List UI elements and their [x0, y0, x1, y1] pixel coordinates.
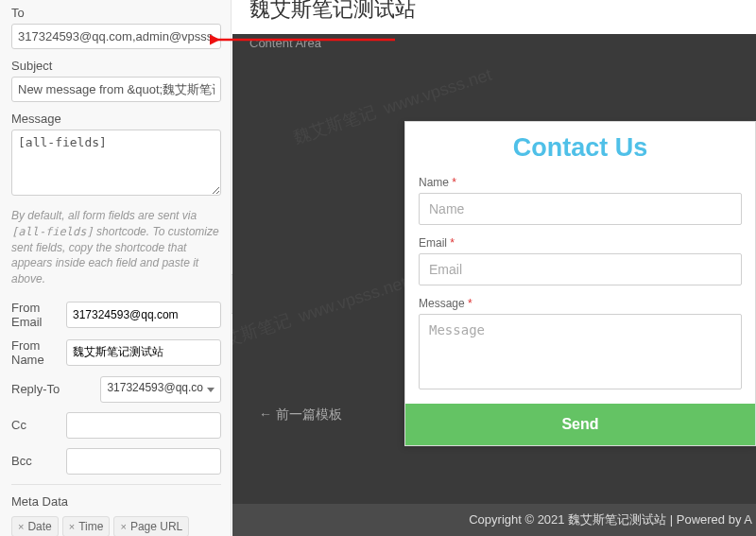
- contact-name-label: Name: [419, 176, 449, 189]
- meta-tag[interactable]: ×Date: [11, 516, 59, 536]
- message-field-block: Message: [11, 112, 221, 199]
- contact-title: Contact Us: [405, 122, 755, 176]
- required-icon: *: [450, 236, 455, 250]
- remove-icon: ×: [120, 521, 126, 532]
- footer-text: Copyright © 2021 魏艾斯笔记测试站 | Powered by A: [232, 504, 756, 536]
- bcc-label: Bcc: [11, 454, 66, 468]
- contact-name-input[interactable]: [419, 193, 742, 225]
- help-text: By default, all form fields are sent via…: [11, 208, 221, 287]
- remove-icon: ×: [18, 521, 24, 532]
- chevron-down-icon: [207, 388, 215, 392]
- cc-label: Cc: [11, 418, 66, 432]
- meta-tag[interactable]: ×Time: [62, 516, 111, 536]
- contact-name-field: Name *: [405, 176, 755, 236]
- to-field-block: To: [11, 6, 221, 49]
- content-area-label: Content Area: [249, 36, 321, 50]
- from-name-row: From Name: [11, 338, 221, 367]
- reply-to-value: 317324593@qq.co: [107, 381, 203, 394]
- message-textarea[interactable]: [11, 130, 221, 196]
- remove-icon: ×: [69, 521, 75, 532]
- previous-template-link[interactable]: ← 前一篇模板: [259, 406, 342, 424]
- cc-row: Cc: [11, 412, 221, 439]
- bcc-input[interactable]: [66, 448, 221, 475]
- from-email-row: From Email: [11, 301, 221, 329]
- meta-tag[interactable]: ×Page URL: [113, 516, 189, 536]
- meta-data-title: Meta Data: [11, 494, 221, 509]
- contact-message-field: Message *: [405, 297, 755, 404]
- message-label: Message: [11, 112, 221, 126]
- site-title: 魏艾斯笔记测试站: [232, 0, 756, 34]
- to-input[interactable]: [11, 24, 221, 49]
- bcc-row: Bcc: [11, 448, 221, 475]
- cc-input[interactable]: [66, 412, 221, 439]
- reply-to-row: Reply-To 317324593@qq.co: [11, 376, 221, 403]
- required-icon: *: [468, 297, 472, 310]
- page-preview: 魏艾斯笔记 www.vpsss.net 魏艾斯笔记 www.vpsss.net …: [232, 0, 756, 536]
- from-email-input[interactable]: [66, 302, 221, 328]
- from-name-input[interactable]: [66, 339, 221, 366]
- required-icon: *: [452, 176, 456, 189]
- reply-to-label: Reply-To: [11, 382, 100, 396]
- reply-to-select[interactable]: 317324593@qq.co: [100, 376, 221, 403]
- from-email-label: From Email: [11, 301, 66, 329]
- contact-form-card: Contact Us Name * Email * Message * Send: [404, 121, 756, 446]
- contact-email-field: Email *: [405, 236, 755, 297]
- subject-label: Subject: [11, 59, 221, 73]
- from-name-label: From Name: [11, 338, 66, 367]
- send-button[interactable]: Send: [405, 404, 755, 445]
- to-label: To: [11, 6, 221, 20]
- contact-email-label: Email: [419, 236, 447, 250]
- meta-tags: ×Date×Time×Page URL×User Agent×Remote IP…: [11, 516, 221, 536]
- subject-field-block: Subject: [11, 59, 221, 102]
- email-settings-panel: To Subject Message By default, all form …: [0, 0, 232, 536]
- contact-message-textarea[interactable]: [419, 314, 742, 389]
- contact-email-input[interactable]: [419, 253, 742, 285]
- divider: [11, 484, 221, 485]
- subject-input[interactable]: [11, 77, 221, 102]
- watermark-text: 魏艾斯笔记 www.vpsss.net: [232, 271, 409, 357]
- contact-message-label: Message: [419, 297, 465, 310]
